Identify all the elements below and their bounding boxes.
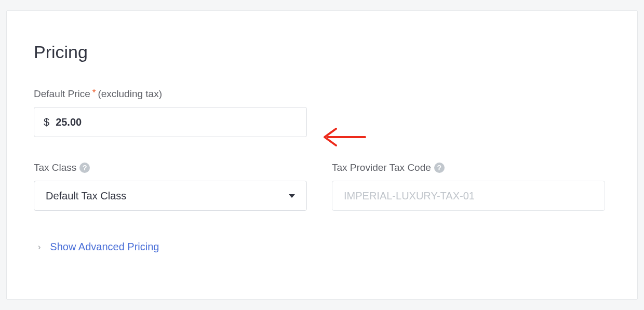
tax-class-label-row: Tax Class ? [34,162,307,173]
default-price-label: Default Price [34,88,90,100]
tax-row: Tax Class ? Default Tax Class Tax Provid… [34,162,610,211]
default-price-field-group: Default Price * (excluding tax) $ [34,88,610,137]
default-price-input-wrap[interactable]: $ [34,107,307,137]
chevron-right-icon: › [38,242,41,252]
tax-class-label: Tax Class [34,162,76,173]
pricing-heading: Pricing [34,42,610,62]
tax-class-group: Tax Class ? Default Tax Class [34,162,307,211]
tax-provider-code-label-row: Tax Provider Tax Code ? [332,162,605,173]
default-price-input[interactable] [56,116,297,128]
show-advanced-pricing-label: Show Advanced Pricing [50,241,159,253]
required-asterisk: * [92,88,96,98]
tax-provider-code-input[interactable] [332,181,605,211]
show-advanced-pricing-toggle[interactable]: › Show Advanced Pricing [34,241,610,253]
tax-provider-code-group: Tax Provider Tax Code ? [332,162,605,211]
tax-class-selected: Default Tax Class [46,190,126,202]
default-price-suffix: (excluding tax) [98,88,162,100]
currency-symbol: $ [44,116,49,128]
help-icon[interactable]: ? [79,163,90,173]
help-icon[interactable]: ? [434,163,445,173]
pricing-card: Pricing Default Price * (excluding tax) … [6,10,638,300]
tax-class-select[interactable]: Default Tax Class [34,181,307,211]
default-price-label-row: Default Price * (excluding tax) [34,88,610,100]
chevron-down-icon [289,194,295,198]
tax-provider-code-label: Tax Provider Tax Code [332,162,431,173]
